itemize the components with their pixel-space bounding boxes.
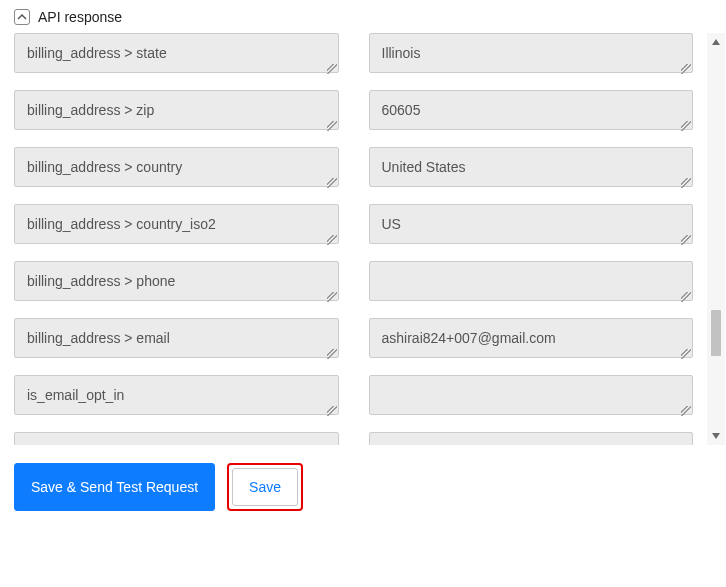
key-field[interactable] bbox=[14, 204, 339, 244]
save-button-highlight: Save bbox=[227, 463, 303, 511]
chevron-up-icon bbox=[17, 12, 27, 22]
key-field[interactable] bbox=[14, 261, 339, 301]
value-cell bbox=[369, 261, 694, 304]
value-cell bbox=[369, 318, 694, 361]
value-field[interactable] bbox=[369, 147, 694, 187]
key-cell bbox=[14, 90, 339, 133]
response-row bbox=[14, 375, 693, 418]
scroll-down-arrow[interactable] bbox=[707, 427, 725, 445]
key-cell bbox=[14, 432, 339, 445]
value-cell bbox=[369, 432, 694, 445]
vertical-scrollbar[interactable] bbox=[707, 33, 725, 445]
key-cell bbox=[14, 147, 339, 190]
key-field[interactable] bbox=[14, 318, 339, 358]
value-field[interactable] bbox=[369, 90, 694, 130]
key-cell bbox=[14, 33, 339, 76]
scroll-up-arrow[interactable] bbox=[707, 33, 725, 51]
save-send-test-request-button[interactable]: Save & Send Test Request bbox=[14, 463, 215, 511]
value-cell bbox=[369, 204, 694, 247]
collapse-toggle[interactable] bbox=[14, 9, 30, 25]
save-button[interactable]: Save bbox=[232, 468, 298, 506]
response-rows bbox=[0, 33, 707, 445]
key-field[interactable] bbox=[14, 375, 339, 415]
scroll-thumb[interactable] bbox=[711, 310, 721, 356]
response-row bbox=[14, 261, 693, 304]
value-cell bbox=[369, 33, 694, 76]
key-cell bbox=[14, 261, 339, 304]
triangle-down-icon bbox=[711, 431, 721, 441]
response-row bbox=[14, 432, 693, 445]
key-field[interactable] bbox=[14, 90, 339, 130]
key-cell bbox=[14, 204, 339, 247]
response-row bbox=[14, 33, 693, 76]
value-field[interactable] bbox=[369, 375, 694, 415]
triangle-up-icon bbox=[711, 37, 721, 47]
response-row bbox=[14, 147, 693, 190]
key-field[interactable] bbox=[14, 432, 339, 445]
response-row bbox=[14, 90, 693, 133]
value-field[interactable] bbox=[369, 33, 694, 73]
value-cell bbox=[369, 375, 694, 418]
section-title: API response bbox=[38, 9, 122, 25]
key-field[interactable] bbox=[14, 33, 339, 73]
response-row bbox=[14, 204, 693, 247]
response-row bbox=[14, 318, 693, 361]
value-cell bbox=[369, 147, 694, 190]
key-field[interactable] bbox=[14, 147, 339, 187]
key-cell bbox=[14, 375, 339, 418]
response-scroll-area bbox=[0, 33, 726, 445]
scroll-track[interactable] bbox=[707, 51, 725, 427]
value-field[interactable] bbox=[369, 432, 694, 445]
value-field[interactable] bbox=[369, 204, 694, 244]
value-field[interactable] bbox=[369, 261, 694, 301]
value-cell bbox=[369, 90, 694, 133]
section-header: API response bbox=[0, 5, 726, 33]
footer-actions: Save & Send Test Request Save bbox=[0, 445, 726, 511]
key-cell bbox=[14, 318, 339, 361]
value-field[interactable] bbox=[369, 318, 694, 358]
